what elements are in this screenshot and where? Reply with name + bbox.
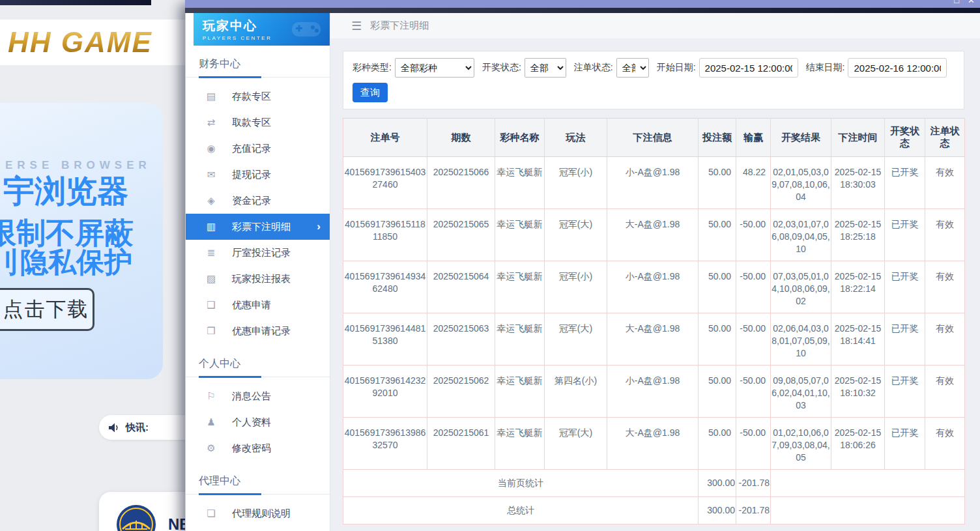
table-cell: 小-A盘@1.98 xyxy=(607,366,699,418)
query-button[interactable]: 查询 xyxy=(353,83,388,102)
close-icon[interactable]: ✕ xyxy=(968,0,975,5)
sidebar-item-lottery-bet-details[interactable]: ▥彩票下注明细› xyxy=(186,214,330,240)
hamburger-menu-icon[interactable]: ☰ xyxy=(351,19,362,33)
table-cell: 20250215066 xyxy=(427,157,495,209)
table-row: 40156917396139863257020250215061幸运飞艇新冠军(… xyxy=(343,418,965,470)
sidebar: 玩家中心 PLAYERS CENTER 财务中心▤存款专区⇄取款专区◉充值记录✉… xyxy=(186,13,330,531)
column-header: 开奖状态 xyxy=(885,119,925,157)
start-date-label: 开始日期: xyxy=(657,62,696,74)
draw-status-label: 开奖状态: xyxy=(482,62,521,74)
sidebar-item-change-password[interactable]: ⚙修改密码 xyxy=(186,435,330,461)
table-cell: 幸运飞艇新 xyxy=(495,261,545,313)
table-cell: 有效 xyxy=(925,366,965,418)
summary-cell: 300.00 xyxy=(699,497,736,524)
site-logo: HH GAME xyxy=(8,26,152,59)
players-center-header: 玩家中心 PLAYERS CENTER xyxy=(194,13,330,46)
table-cell: 有效 xyxy=(925,313,965,366)
table-header-row: 注单号期数彩种名称玩法下注信息投注额输赢开奖结果下注时间开奖状态注单状态 xyxy=(343,119,965,157)
sidebar-item-promo-apply-records[interactable]: ❒优惠申请记录 xyxy=(186,318,330,344)
browser-ad-banner: ERSE BROWSER 宇浏览器 限制不屏蔽 刂隐私保护 点击下载 xyxy=(0,103,163,379)
nba-team-logo xyxy=(116,504,156,531)
sidebar-item-deposit-zone[interactable]: ▤存款专区 xyxy=(186,83,330,109)
start-date-input[interactable] xyxy=(699,58,798,78)
sidebar-item-personal-profile[interactable]: ♟个人资料 xyxy=(186,409,330,435)
summary-cell: 总统计 xyxy=(343,497,699,524)
summary-row: 当前页统计300.00-201.78 xyxy=(343,470,965,497)
breadcrumb-bar: ☰ 彩票下注明细 xyxy=(330,13,980,39)
page-title: 彩票下注明细 xyxy=(370,20,429,32)
table-cell: 有效 xyxy=(925,418,965,470)
sidebar-item-promo-apply[interactable]: ❑优惠申请 xyxy=(186,292,330,318)
sidebar-item-player-bet-report[interactable]: ▨玩家投注报表 xyxy=(186,266,330,292)
table-cell: 大-A盘@1.98 xyxy=(607,209,699,261)
sidebar-section-title: 财务中心 xyxy=(186,54,330,78)
sidebar-item-message-announcements[interactable]: ⚐消息公告 xyxy=(186,383,330,409)
sidebar-item-funds-records[interactable]: ◈资金记录 xyxy=(186,188,330,214)
table-cell: 50.00 xyxy=(699,209,736,261)
table-cell: 已开奖 xyxy=(885,261,925,313)
summary-cell: -201.78 xyxy=(736,497,771,524)
sidebar-item-withdrawal-records[interactable]: ✉提现记录 xyxy=(186,162,330,188)
table-cell: 幸运飞艇新 xyxy=(495,366,545,418)
sidebar-item-agent-rules[interactable]: ❏代理规则说明 xyxy=(186,500,330,526)
table-cell: 2025-02-15 18:25:18 xyxy=(831,209,885,261)
sidebar-item-agent-team-stats[interactable]: ▦代理团队统计 xyxy=(186,526,330,531)
table-cell: 401569173961448151380 xyxy=(343,313,427,366)
summary-cell: 300.00 xyxy=(699,470,736,497)
sidebar-item-recharge-records[interactable]: ◉充值记录 xyxy=(186,136,330,162)
sidebar-section-title: 个人中心 xyxy=(186,354,330,377)
column-header: 下注时间 xyxy=(831,119,885,157)
table-cell: 冠军(小) xyxy=(545,157,607,209)
table-cell: 2025-02-15 18:14:41 xyxy=(831,313,885,366)
summary-cell xyxy=(771,497,965,524)
table-cell: 幸运飞艇新 xyxy=(495,313,545,366)
table-row: 40156917396151181185020250215065幸运飞艇新冠军(… xyxy=(343,209,965,261)
list2-icon: ❒ xyxy=(205,325,217,337)
newsflash-label: 快讯: xyxy=(126,422,149,434)
sidebar-item-label: 资金记录 xyxy=(232,195,271,207)
table-cell: 09,08,05,07,06,02,04,01,10,03 xyxy=(771,366,831,418)
table-cell: 已开奖 xyxy=(885,209,925,261)
table-cell: 02,06,04,03,08,01,07,05,09,10 xyxy=(771,313,831,366)
table-cell: 2025-02-15 18:30:03 xyxy=(831,157,885,209)
draw-status-select[interactable]: 全部 xyxy=(525,58,566,78)
order-status-label: 注单状态: xyxy=(574,62,613,74)
end-date-label: 结束日期: xyxy=(806,62,845,74)
maximize-icon[interactable]: □ xyxy=(954,0,959,5)
table-cell: 小-A盘@1.98 xyxy=(607,261,699,313)
sidebar-item-label: 厅室投注记录 xyxy=(232,247,291,259)
column-header: 下注信息 xyxy=(607,119,699,157)
column-header: 注单号 xyxy=(343,119,427,157)
sidebar-item-withdraw-zone[interactable]: ⇄取款专区 xyxy=(186,109,330,136)
table-row: 40156917396144815138020250215063幸运飞艇新冠军(… xyxy=(343,313,965,366)
gift-icon: ❑ xyxy=(205,299,217,311)
table-cell: 07,03,05,01,04,10,08,06,09,02 xyxy=(771,261,831,313)
end-date-input[interactable] xyxy=(848,58,947,78)
table-row: 40156917396142329201020250215062幸运飞艇新第四名… xyxy=(343,366,965,418)
table-cell: 幸运飞艇新 xyxy=(495,418,545,470)
table-cell: 401569173961511811850 xyxy=(343,209,427,261)
sidebar-item-hall-bet-records[interactable]: ≣厅室投注记录 xyxy=(186,240,330,266)
order-status-select[interactable]: 全部 xyxy=(616,58,649,78)
table-row: 40156917396154032746020250215066幸运飞艇新冠军(… xyxy=(343,157,965,209)
table-cell: 401569173961493462480 xyxy=(343,261,427,313)
lottery-type-label: 彩种类型: xyxy=(353,62,392,74)
table-cell: -50.00 xyxy=(736,261,771,313)
lottery-type-select[interactable]: 全部彩种 xyxy=(395,58,474,78)
document-icon: ❏ xyxy=(205,508,217,519)
sidebar-item-label: 修改密码 xyxy=(232,442,271,455)
table-body: 40156917396154032746020250215066幸运飞艇新冠军(… xyxy=(343,157,965,524)
table-cell: 有效 xyxy=(925,157,965,209)
table-cell: 幸运飞艇新 xyxy=(495,157,545,209)
chevron-right-icon: › xyxy=(317,220,321,233)
sidebar-sections: 财务中心▤存款专区⇄取款专区◉充值记录✉提现记录◈资金记录▥彩票下注明细›≣厅室… xyxy=(186,54,330,531)
column-header: 期数 xyxy=(427,119,495,157)
download-button[interactable]: 点击下载 xyxy=(0,288,94,331)
table-cell: -50.00 xyxy=(736,313,771,366)
table-cell: 冠军(大) xyxy=(545,313,607,366)
column-header: 投注额 xyxy=(699,119,736,157)
banner-subtitle-en: ERSE BROWSER xyxy=(5,159,151,172)
sidebar-item-label: 取款专区 xyxy=(232,117,271,129)
main-panel: ☰ 彩票下注明细 彩种类型: 全部彩种 开奖状态: 全部 注单状态: xyxy=(330,13,980,531)
summary-cell xyxy=(771,470,965,497)
